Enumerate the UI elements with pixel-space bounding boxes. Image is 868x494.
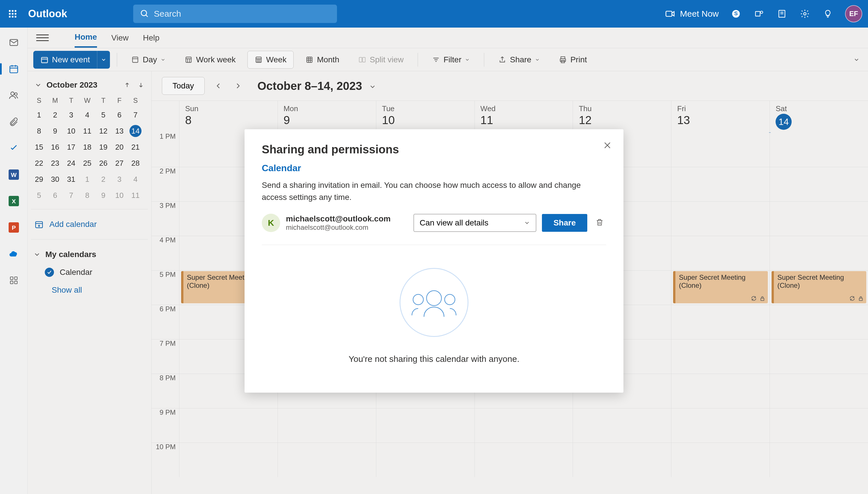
mini-date-cell[interactable]: 5 bbox=[95, 107, 111, 123]
mini-date-cell[interactable]: 8 bbox=[79, 187, 95, 203]
mini-date-cell[interactable]: 27 bbox=[111, 155, 127, 171]
time-slot[interactable] bbox=[671, 167, 770, 201]
my-calendars-toggle[interactable]: My calendars bbox=[31, 245, 148, 264]
rail-powerpoint[interactable]: P bbox=[7, 221, 21, 234]
mini-date-cell[interactable]: 24 bbox=[63, 155, 79, 171]
skype-icon[interactable]: S bbox=[730, 8, 742, 20]
mini-date-cell[interactable]: 11 bbox=[127, 187, 143, 203]
mini-date-cell[interactable]: 25 bbox=[79, 155, 95, 171]
mini-date-cell[interactable]: 3 bbox=[111, 171, 127, 187]
time-slot[interactable] bbox=[770, 374, 868, 408]
time-slot[interactable] bbox=[376, 443, 474, 477]
rail-files[interactable] bbox=[7, 115, 21, 129]
mini-date-cell[interactable]: 13 bbox=[111, 123, 127, 139]
mini-date-cell[interactable]: 22 bbox=[31, 155, 47, 171]
calendar-checked-icon[interactable] bbox=[45, 268, 54, 277]
mini-date-cell[interactable]: 8 bbox=[31, 123, 47, 139]
time-slot[interactable] bbox=[179, 408, 278, 442]
time-slot[interactable] bbox=[573, 443, 671, 477]
time-slot[interactable] bbox=[474, 443, 573, 477]
teams-icon[interactable] bbox=[753, 8, 765, 20]
tips-icon[interactable] bbox=[822, 8, 833, 20]
permission-select[interactable]: Can view all details bbox=[414, 214, 536, 232]
share-submit-button[interactable]: Share bbox=[542, 214, 587, 232]
rail-todo[interactable] bbox=[7, 141, 21, 155]
time-slot[interactable] bbox=[573, 408, 671, 442]
time-slot[interactable] bbox=[770, 202, 868, 236]
new-event-button[interactable]: New event bbox=[33, 51, 97, 69]
notes-icon[interactable] bbox=[776, 8, 788, 20]
mini-date-cell[interactable]: 18 bbox=[79, 139, 95, 155]
mini-date-cell[interactable]: 15 bbox=[31, 139, 47, 155]
time-slot[interactable] bbox=[671, 236, 770, 270]
prev-month-icon[interactable] bbox=[124, 81, 131, 89]
time-slot[interactable] bbox=[474, 408, 573, 442]
month-label[interactable]: October 2023 bbox=[46, 80, 119, 90]
mini-date-cell[interactable]: 6 bbox=[47, 187, 63, 203]
mini-date-cell[interactable]: 9 bbox=[95, 187, 111, 203]
print-button[interactable]: Print bbox=[552, 51, 594, 69]
mini-date-cell[interactable]: 23 bbox=[47, 155, 63, 171]
month-view-button[interactable]: Month bbox=[298, 51, 347, 69]
time-slot[interactable] bbox=[770, 340, 868, 374]
time-slot[interactable] bbox=[770, 132, 868, 167]
mini-date-cell[interactable]: 9 bbox=[47, 123, 63, 139]
time-slot[interactable] bbox=[671, 374, 770, 408]
show-all-button[interactable]: Show all bbox=[31, 281, 148, 299]
mini-date-cell[interactable]: 10 bbox=[63, 123, 79, 139]
new-event-chevron[interactable] bbox=[97, 51, 110, 69]
time-slot[interactable] bbox=[671, 408, 770, 442]
ribbon-collapse-button[interactable] bbox=[851, 54, 862, 65]
mini-date-cell[interactable]: 19 bbox=[95, 139, 111, 155]
filter-button[interactable]: Filter bbox=[425, 51, 477, 69]
mini-date-cell[interactable]: 30 bbox=[47, 171, 63, 187]
calendar-item[interactable]: Calendar bbox=[31, 264, 148, 281]
time-slot[interactable] bbox=[671, 305, 770, 339]
collapse-month-icon[interactable] bbox=[35, 81, 42, 89]
time-slot[interactable] bbox=[671, 340, 770, 374]
rail-calendar[interactable] bbox=[7, 62, 21, 76]
mini-date-cell[interactable]: 28 bbox=[127, 155, 143, 171]
mini-date-cell[interactable]: 7 bbox=[127, 107, 143, 123]
mini-date-cell[interactable]: 21 bbox=[127, 139, 143, 155]
day-view-button[interactable]: Day bbox=[124, 51, 173, 69]
mini-date-cell[interactable]: 4 bbox=[79, 107, 95, 123]
mini-date-cell[interactable]: 2 bbox=[47, 107, 63, 123]
prev-week-button[interactable] bbox=[213, 80, 224, 92]
mini-date-cell[interactable]: 26 bbox=[95, 155, 111, 171]
rail-word[interactable]: W bbox=[7, 168, 21, 182]
time-slot[interactable] bbox=[770, 408, 868, 442]
time-slot[interactable]: Super Secret Meeting (Clone) bbox=[671, 270, 770, 305]
mini-date-cell[interactable]: 14 bbox=[127, 123, 143, 139]
next-month-icon[interactable] bbox=[138, 81, 144, 89]
rail-onedrive[interactable] bbox=[7, 247, 21, 261]
time-slot[interactable] bbox=[770, 236, 868, 270]
day-header[interactable]: Wed11 bbox=[474, 101, 573, 132]
tab-home[interactable]: Home bbox=[75, 28, 97, 48]
mini-date-cell[interactable]: 12 bbox=[95, 123, 111, 139]
rail-more-apps[interactable] bbox=[7, 273, 21, 287]
time-slot[interactable] bbox=[179, 443, 278, 477]
mini-date-cell[interactable]: 1 bbox=[79, 171, 95, 187]
time-slot[interactable] bbox=[770, 305, 868, 339]
search-box[interactable] bbox=[133, 5, 337, 23]
mini-date-cell[interactable]: 2 bbox=[95, 171, 111, 187]
mini-date-cell[interactable]: 29 bbox=[31, 171, 47, 187]
mini-date-cell[interactable]: 3 bbox=[63, 107, 79, 123]
mini-date-cell[interactable]: 5 bbox=[31, 187, 47, 203]
search-input[interactable] bbox=[154, 9, 330, 19]
time-slot[interactable] bbox=[770, 167, 868, 201]
work-week-button[interactable]: Work week bbox=[177, 51, 243, 69]
rail-mail[interactable] bbox=[7, 36, 21, 50]
close-button[interactable] bbox=[600, 138, 614, 153]
time-slot[interactable] bbox=[278, 443, 376, 477]
add-calendar-button[interactable]: Add calendar bbox=[31, 215, 148, 233]
mini-date-cell[interactable]: 11 bbox=[79, 123, 95, 139]
rail-excel[interactable]: X bbox=[7, 194, 21, 208]
user-avatar[interactable]: EF bbox=[845, 5, 862, 22]
mini-date-cell[interactable]: 6 bbox=[111, 107, 127, 123]
time-slot[interactable] bbox=[770, 443, 868, 477]
settings-icon[interactable] bbox=[799, 8, 811, 20]
mini-date-cell[interactable]: 20 bbox=[111, 139, 127, 155]
app-launcher-button[interactable] bbox=[6, 7, 20, 21]
